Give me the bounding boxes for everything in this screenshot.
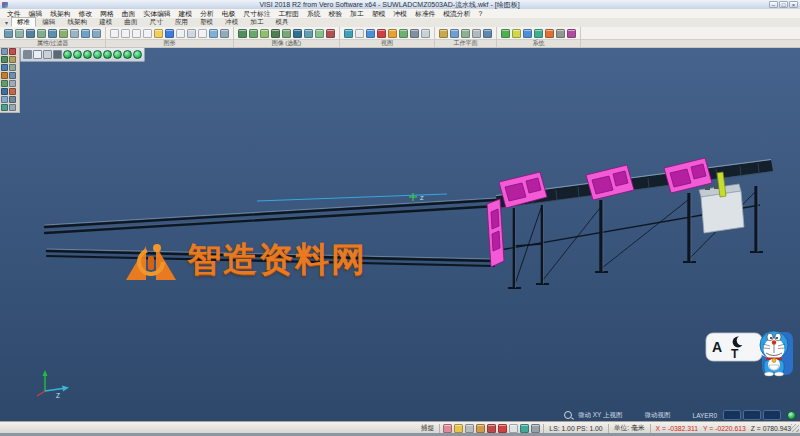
ribbon-tab[interactable]: 标准 <box>11 17 36 27</box>
ribbon-icon[interactable] <box>143 29 152 38</box>
ribbon-icon[interactable] <box>501 29 510 38</box>
ribbon-icon[interactable] <box>523 29 532 38</box>
ribbon-icon[interactable] <box>154 29 163 38</box>
view-orientation-icon[interactable] <box>103 50 112 59</box>
tool-icon[interactable] <box>9 72 16 79</box>
ribbon-icon[interactable] <box>165 29 174 38</box>
ribbon-icon[interactable] <box>304 29 313 38</box>
ribbon-tab[interactable]: 应用 <box>169 17 194 27</box>
ribbon-icon[interactable] <box>567 29 576 38</box>
snap-toggle-icon[interactable] <box>520 424 529 433</box>
ribbon-icon[interactable] <box>534 29 543 38</box>
menu-item[interactable]: 冲模 <box>389 9 411 18</box>
ribbon-tab[interactable]: 塑模 <box>194 17 219 27</box>
ribbon-tab[interactable]: 编辑 <box>36 17 61 27</box>
snap-toggle-icon[interactable] <box>498 424 507 433</box>
ribbon-icon[interactable] <box>37 29 46 38</box>
ribbon-icon[interactable] <box>556 29 565 38</box>
menu-item[interactable]: 模流分析 <box>439 9 474 18</box>
menu-item[interactable]: 加工 <box>346 9 368 18</box>
view-orientation-icon[interactable] <box>73 50 82 59</box>
ribbon-icon[interactable] <box>209 29 218 38</box>
ribbon-icon[interactable] <box>545 29 554 38</box>
ribbon-icon[interactable] <box>92 29 101 38</box>
view-tool-button[interactable] <box>33 50 42 59</box>
tool-icon[interactable] <box>9 56 16 63</box>
layer-swatch-button[interactable] <box>763 410 781 420</box>
ribbon-icon[interactable] <box>81 29 90 38</box>
tool-icon[interactable] <box>1 96 8 103</box>
ribbon-icon[interactable] <box>15 29 24 38</box>
snap-toggle-icon[interactable] <box>487 424 496 433</box>
ribbon-icon[interactable] <box>121 29 130 38</box>
ribbon-icon[interactable] <box>4 29 13 38</box>
menu-item[interactable]: ? <box>474 9 486 18</box>
view-orientation-icon[interactable] <box>93 50 102 59</box>
ribbon-icon[interactable] <box>249 29 258 38</box>
tool-icon[interactable] <box>9 80 16 87</box>
ribbon-icon[interactable] <box>238 29 247 38</box>
ribbon-tab[interactable]: 冲模 <box>219 17 244 27</box>
ribbon-tab[interactable]: 曲面 <box>118 17 143 27</box>
ribbon-icon[interactable] <box>132 29 141 38</box>
view-orientation-icon[interactable] <box>123 50 132 59</box>
ribbon-icon[interactable] <box>472 29 481 38</box>
snap-toggle-icon[interactable] <box>509 424 518 433</box>
tool-icon[interactable] <box>1 56 8 63</box>
view-mode-indicator[interactable]: 微动 XY 上视图 <box>578 411 623 420</box>
ribbon-icon[interactable] <box>421 29 430 38</box>
ribbon-icon[interactable] <box>483 29 492 38</box>
ribbon-tab[interactable]: 尺寸 <box>144 17 169 27</box>
tool-icon[interactable] <box>9 96 16 103</box>
view-tool-button[interactable] <box>43 50 52 59</box>
ribbon-icon[interactable] <box>260 29 269 38</box>
nudge-view-indicator[interactable]: 微动视图 <box>645 411 671 420</box>
ribbon-tab[interactable]: 建模 <box>93 17 118 27</box>
ribbon-icon[interactable] <box>355 29 364 38</box>
ribbon-icon[interactable] <box>59 29 68 38</box>
ribbon-icon[interactable] <box>198 29 207 38</box>
ribbon-icon[interactable] <box>293 29 302 38</box>
model-canvas[interactable] <box>0 47 800 421</box>
ribbon-icon[interactable] <box>282 29 291 38</box>
tool-icon[interactable] <box>1 64 8 71</box>
maximize-button[interactable]: □ <box>779 1 788 8</box>
status-indicator-icon[interactable] <box>787 411 796 420</box>
ribbon-icon[interactable] <box>187 29 196 38</box>
layer-swatch-button[interactable] <box>743 410 761 420</box>
tool-icon[interactable] <box>1 88 8 95</box>
ribbon-icon[interactable] <box>377 29 386 38</box>
layer-swatch-button[interactable] <box>723 410 741 420</box>
resize-grip[interactable] <box>791 424 799 432</box>
tool-icon[interactable] <box>9 104 16 111</box>
ribbon-tab[interactable]: 加工 <box>244 17 269 27</box>
menu-item[interactable]: 塑模 <box>368 9 390 18</box>
ribbon-icon[interactable] <box>315 29 324 38</box>
tool-icon[interactable] <box>1 72 8 79</box>
view-tool-button[interactable] <box>23 50 32 59</box>
close-button[interactable]: × <box>789 1 798 8</box>
ribbon-icon[interactable] <box>271 29 280 38</box>
ribbon-icon[interactable] <box>461 29 470 38</box>
ribbon-icon[interactable] <box>410 29 419 38</box>
ribbon-icon[interactable] <box>399 29 408 38</box>
view-tool-button[interactable] <box>53 50 62 59</box>
snap-toggle-icon[interactable] <box>531 424 540 433</box>
ribbon-tab[interactable]: 模具 <box>269 17 294 27</box>
ribbon-icon[interactable] <box>388 29 397 38</box>
view-orientation-icon[interactable] <box>83 50 92 59</box>
ribbon-icon[interactable] <box>344 29 353 38</box>
ribbon-icon[interactable] <box>176 29 185 38</box>
ribbon-icon[interactable] <box>70 29 79 38</box>
chevron-down-icon[interactable]: ▾ <box>2 19 11 27</box>
snap-toggle-icon[interactable] <box>443 424 452 433</box>
ribbon-icon[interactable] <box>48 29 57 38</box>
ribbon-icon[interactable] <box>326 29 335 38</box>
ribbon-icon[interactable] <box>439 29 448 38</box>
menu-item[interactable]: 标准件 <box>411 9 439 18</box>
tool-icon[interactable] <box>9 88 16 95</box>
menu-item[interactable]: 校验 <box>325 9 347 18</box>
ribbon-icon[interactable] <box>110 29 119 38</box>
snap-toggle-icon[interactable] <box>454 424 463 433</box>
tool-icon[interactable] <box>1 48 8 55</box>
